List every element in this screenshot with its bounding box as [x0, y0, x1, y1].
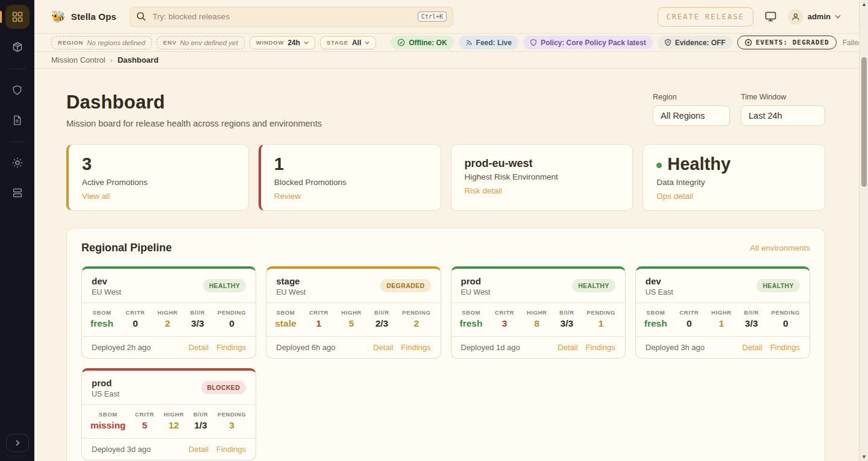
env-name: dev	[646, 276, 673, 286]
offline-status-pill[interactable]: Offline: OK	[391, 36, 453, 49]
chevron-down-icon	[365, 41, 370, 45]
findings-link[interactable]: Findings	[770, 343, 800, 352]
status-badge: HEALTHY	[572, 279, 615, 292]
metric-highr: HIGHR12	[164, 411, 184, 431]
breadcrumb-parent[interactable]: Mission Control	[51, 55, 105, 64]
region-context-pill[interactable]: REGION No regions defined	[51, 36, 152, 49]
env-context-label: ENV	[163, 39, 177, 46]
person-icon	[791, 13, 800, 21]
metric-critr: CRITR0	[126, 309, 145, 329]
deployed-timestamp: Deployed 2h ago	[92, 343, 151, 352]
region-context-label: REGION	[58, 39, 83, 46]
status-badge: HEALTHY	[203, 279, 247, 292]
stat-label: Data Integrity	[656, 178, 811, 187]
env-name: dev	[92, 276, 121, 286]
env-name: prod	[461, 276, 491, 286]
package-icon	[11, 41, 24, 53]
healthy-dot-icon	[656, 163, 662, 168]
scroll-up-arrow-icon[interactable]: ▲	[860, 0, 868, 8]
search-shortcut-badge: Ctrl+K	[418, 11, 447, 22]
shield-x-icon	[664, 39, 671, 46]
stage-context-value: All	[352, 39, 361, 47]
findings-link[interactable]: Findings	[216, 343, 246, 352]
region-filter-select[interactable]: All Regions	[653, 105, 730, 126]
breadcrumb: Mission Control › Dashboard	[34, 52, 859, 69]
review-link[interactable]: Review	[274, 192, 301, 201]
display-mode-button[interactable]	[764, 11, 777, 22]
detail-link[interactable]: Detail	[373, 343, 393, 352]
context-bar: REGION No regions defined ENV No env def…	[34, 34, 859, 52]
metric-sbom: SBOMmissing	[90, 411, 126, 431]
risk-detail-link[interactable]: Risk detail	[465, 186, 502, 195]
stat-value: Healthy	[656, 155, 811, 174]
page-header: Dashboard Mission board for release heal…	[66, 92, 825, 128]
panel-header: Regional Pipeline All environments	[81, 242, 810, 254]
user-menu[interactable]: admin	[788, 9, 841, 25]
metric-sbom: SBOMfresh	[90, 309, 113, 329]
metric-bir: B/I/R3/3	[744, 309, 759, 329]
findings-link[interactable]: Findings	[586, 343, 615, 352]
detail-link[interactable]: Detail	[558, 343, 577, 352]
detail-link[interactable]: Detail	[743, 343, 763, 352]
env-card-footer: Deployed 2h ago DetailFindings	[82, 337, 256, 358]
brand-name: Stella Ops	[71, 11, 116, 22]
time-window-filter-select[interactable]: Last 24h	[741, 105, 825, 126]
all-environments-link[interactable]: All environments	[750, 243, 810, 252]
env-card-dev-eu-west: dev EU West HEALTHY SBOMfresh CRITR0 HIG…	[81, 266, 256, 359]
brand: 🐝 Stella Ops	[51, 10, 116, 24]
stat-value: prod-eu-west	[465, 155, 620, 170]
window-context-label: WINDOW	[256, 39, 284, 46]
stage-context-dropdown[interactable]: STAGE All	[320, 36, 376, 49]
offline-status-label: Offline: OK	[409, 39, 447, 47]
search-input[interactable]	[153, 12, 418, 21]
ops-detail-link[interactable]: Ops detail	[656, 192, 693, 201]
window-context-dropdown[interactable]: WINDOW 24h	[250, 36, 315, 49]
env-metrics: SBOMfresh CRITR0 HIGHR1 B/I/R3/3 PENDING…	[636, 303, 810, 337]
breadcrumb-current: Dashboard	[118, 55, 159, 64]
findings-link[interactable]: Findings	[401, 343, 430, 352]
metric-highr: HIGHR1	[711, 309, 732, 329]
region-filter-label: Region	[653, 93, 730, 101]
scrollbar-thumb[interactable]	[861, 57, 867, 187]
top-actions: CREATE RELEASE admin	[658, 7, 841, 27]
env-card-prod-eu-west: prod EU West HEALTHY SBOMfresh CRITR3 HI…	[451, 266, 626, 359]
stat-value: 3	[82, 155, 235, 174]
view-all-link[interactable]: View all	[82, 192, 110, 201]
evidence-status-pill[interactable]: Evidence: OFF	[658, 36, 732, 49]
env-card-stage-eu-west: stage EU West DEGRADED SBOMstale CRITR1 …	[266, 266, 441, 359]
env-name: stage	[276, 276, 306, 286]
main-area: 🐝 Stella Ops Ctrl+K CREATE RELEASE	[34, 0, 859, 461]
chevron-down-icon	[835, 14, 841, 19]
sidebar-expand-button[interactable]	[6, 434, 29, 452]
sidebar-item-documents[interactable]	[5, 108, 30, 132]
sidebar-item-dashboard[interactable]	[5, 5, 30, 29]
detail-link[interactable]: Detail	[189, 445, 209, 454]
feed-status-pill[interactable]: Feed: Live	[459, 36, 518, 49]
metric-pending: PENDING2	[402, 309, 430, 329]
env-region: EU West	[92, 288, 121, 296]
env-card-footer: Deployed 3d ago DetailFindings	[82, 439, 256, 460]
time-window-filter-label: Time Window	[741, 93, 825, 101]
sidebar-item-security[interactable]	[5, 78, 30, 102]
pipeline-grid: dev EU West HEALTHY SBOMfresh CRITR0 HIG…	[81, 266, 810, 460]
scroll-down-arrow-icon[interactable]: ▼	[860, 453, 868, 461]
sidebar-item-packages[interactable]	[5, 35, 30, 59]
findings-link[interactable]: Findings	[216, 445, 246, 454]
env-context-pill[interactable]: ENV No env defined yet	[157, 36, 245, 49]
detail-link[interactable]: Detail	[189, 343, 209, 352]
global-search[interactable]: Ctrl+K	[130, 7, 453, 27]
shield-icon	[11, 84, 23, 96]
policy-status-pill[interactable]: Policy: Core Policy Pack latest	[523, 36, 653, 49]
create-release-button[interactable]: CREATE RELEASE	[658, 7, 753, 27]
feed-status-label: Feed: Live	[476, 39, 512, 47]
env-card-prod-us-east: prod US East BLOCKED SBOMmissing CRITR5 …	[81, 368, 256, 460]
stage-context-label: STAGE	[327, 39, 348, 46]
env-region: EU West	[276, 288, 306, 296]
metric-sbom: SBOMstale	[275, 309, 296, 329]
brand-logo-icon: 🐝	[51, 10, 66, 24]
stat-card-data-integrity: Healthy Data Integrity Ops detail	[643, 144, 825, 211]
events-status-pill[interactable]: EVENTS: DEGRADED	[737, 36, 837, 49]
vertical-scrollbar[interactable]: ▲ ▼	[859, 0, 868, 461]
sidebar-item-settings[interactable]	[5, 151, 30, 175]
sidebar-item-infrastructure[interactable]	[5, 181, 30, 205]
